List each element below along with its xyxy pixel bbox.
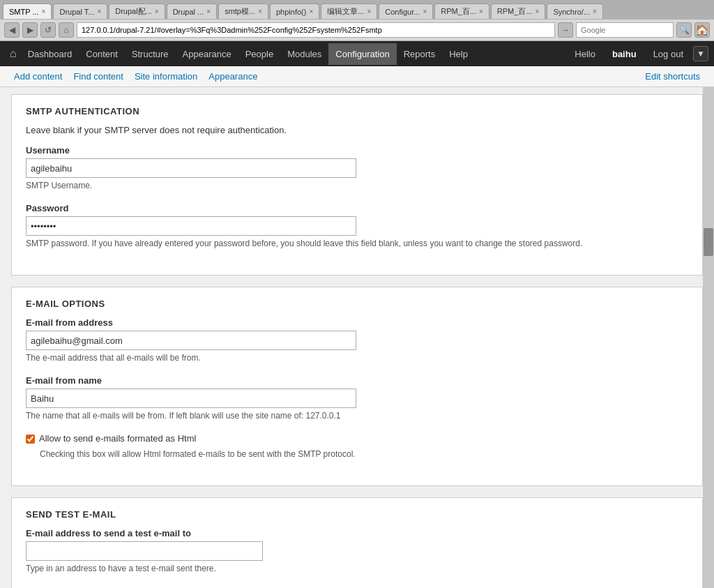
html-format-field-group: Allow to send e-mails formated as Html C… [26,433,688,459]
tab-bar: SMTP ... × Drupal T... × Drupal配... × Dr… [0,0,714,20]
nav-item-modules[interactable]: Modules [280,43,328,65]
tab-label: Configur... [385,8,420,16]
username-field-group: Username SMTP Username. [26,145,688,190]
nav-item-help[interactable]: Help [442,43,475,65]
home-icon[interactable]: ⌂ [6,42,21,66]
tab-label: Drupal配... [115,6,152,17]
nav-item-appearance[interactable]: Appearance [176,43,238,65]
shortcut-site-information[interactable]: Site information [129,70,203,83]
tab-close-icon[interactable]: × [155,8,159,15]
page-content: SMTP AUTHENTICATION Leave blank if your … [0,87,714,588]
shortcut-find-content[interactable]: Find content [68,70,129,83]
html-format-label[interactable]: Allow to send e-mails formated as Html [39,433,196,444]
scrollbar-track[interactable] [703,87,714,588]
go-button[interactable]: → [558,22,573,38]
test-address-field-group: E-mail address to send a test e-mail to … [26,528,688,573]
user-info: Hello baihu Log out ▼ [568,43,708,65]
admin-toolbar: ⌂ Dashboard Content Structure Appearance… [0,41,714,66]
html-format-checkbox[interactable] [26,435,35,444]
browser-tab-phpinfo[interactable]: phpinfo() × [270,3,319,19]
password-input[interactable] [26,216,356,236]
tab-label: Drupal T... [59,8,94,16]
tab-label: SMTP ... [9,8,39,16]
edit-shortcuts-link[interactable]: Edit shortcuts [639,70,706,83]
toolbar-menu-button[interactable]: ▼ [693,46,708,61]
browser-tab-rpm2[interactable]: RPM_百... × [491,3,546,19]
address-bar-row: ◀ ▶ ↺ ⌂ → 🔍 🏠 [0,20,714,40]
smtp-auth-title: SMTP AUTHENTICATION [26,106,688,116]
reload-button[interactable]: ↺ [40,22,56,38]
tab-label: RPM_百... [497,6,533,17]
tab-label: phpinfo() [276,8,306,16]
from-address-field-group: E-mail from address The e-mail address t… [26,317,688,363]
shortcut-bar: Add content Find content Site informatio… [0,66,714,87]
tab-close-icon[interactable]: × [536,8,540,15]
username-label: Username [26,145,688,156]
from-name-field-group: E-mail from name The name that all e-mai… [26,375,688,421]
nav-item-configuration[interactable]: Configuration [328,43,396,65]
test-address-label: E-mail address to send a test e-mail to [26,528,688,538]
from-name-input[interactable] [26,389,356,408]
nav-item-structure[interactable]: Structure [125,43,176,65]
home-nav-button[interactable]: ⌂ [59,22,74,38]
browser-tab-drupal-t[interactable]: Drupal T... × [53,3,107,19]
nav-item-people[interactable]: People [238,43,280,65]
shortcut-appearance[interactable]: Appearance [203,70,263,83]
browser-tab-smtp-template[interactable]: smtp模... × [218,3,268,19]
smtp-auth-section: SMTP AUTHENTICATION Leave blank if your … [11,94,703,276]
username-description: SMTP Username. [26,181,688,190]
tab-close-icon[interactable]: × [423,8,427,15]
logout-button[interactable]: Log out [646,43,690,65]
from-name-label: E-mail from name [26,375,688,386]
browser-tab-rpm1[interactable]: RPM_百... × [434,3,489,19]
html-checkbox-row: Allow to send e-mails formated as Html [26,433,688,444]
tab-label: Synchro/... [553,8,590,16]
search-input[interactable] [576,22,674,38]
browser-tab-synchro[interactable]: Synchro/... × [547,3,602,19]
test-address-description: Type in an address to have a test e-mail… [26,564,688,573]
back-button[interactable]: ◀ [4,22,20,38]
tab-label: RPM_百... [441,6,476,17]
home-button[interactable]: 🏠 [694,22,710,38]
nav-item-content[interactable]: Content [79,43,125,65]
page-wrapper: SMTP AUTHENTICATION Leave blank if your … [0,87,714,588]
tab-close-icon[interactable]: × [593,8,597,15]
from-name-description: The name that all e-mails will be from. … [26,411,688,421]
tab-label: Drupal ... [173,8,204,16]
from-address-label: E-mail from address [26,317,688,328]
password-label: Password [26,203,688,213]
forward-button[interactable]: ▶ [22,22,38,38]
html-format-description: Checking this box will allow Html format… [40,449,688,459]
scrollbar-thumb[interactable] [704,228,713,256]
password-description: SMTP password. If you have already enter… [26,239,688,248]
hello-text: Hello [568,43,602,65]
tab-close-icon[interactable]: × [97,8,101,15]
tab-close-icon[interactable]: × [309,8,313,15]
nav-item-reports[interactable]: Reports [397,43,443,65]
browser-tab-edit[interactable]: 编辑文章... × [321,3,377,19]
tab-close-icon[interactable]: × [367,8,371,15]
tab-close-icon[interactable]: × [258,8,262,15]
tab-close-icon[interactable]: × [479,8,483,15]
username[interactable]: baihu [605,43,644,65]
tab-close-icon[interactable]: × [42,8,46,15]
test-address-input[interactable] [26,541,263,561]
browser-tab-config[interactable]: Configur... × [379,3,433,19]
tab-close-icon[interactable]: × [206,8,211,15]
browser-tab-drupal[interactable]: Drupal ... × [167,3,217,19]
address-input[interactable] [77,22,555,38]
browser-tab-drupal-config[interactable]: Drupal配... × [109,3,165,19]
username-input[interactable] [26,158,356,178]
shortcut-add-content[interactable]: Add content [8,70,68,83]
from-address-input[interactable] [26,331,356,350]
nav-item-dashboard[interactable]: Dashboard [21,43,79,65]
from-address-description: The e-mail address that all e-mails will… [26,353,688,363]
password-field-group: Password SMTP password. If you have alre… [26,203,688,248]
send-test-section: SEND TEST E-MAIL E-mail address to send … [11,497,703,588]
send-test-title: SEND TEST E-MAIL [26,509,688,520]
tab-label: 编辑文章... [327,6,364,17]
search-button[interactable]: 🔍 [676,22,692,38]
smtp-auth-description: Leave blank if your SMTP server does not… [26,125,688,135]
email-options-section: E-MAIL OPTIONS E-mail from address The e… [11,287,703,486]
browser-tab-smtp[interactable]: SMTP ... × [3,3,52,19]
